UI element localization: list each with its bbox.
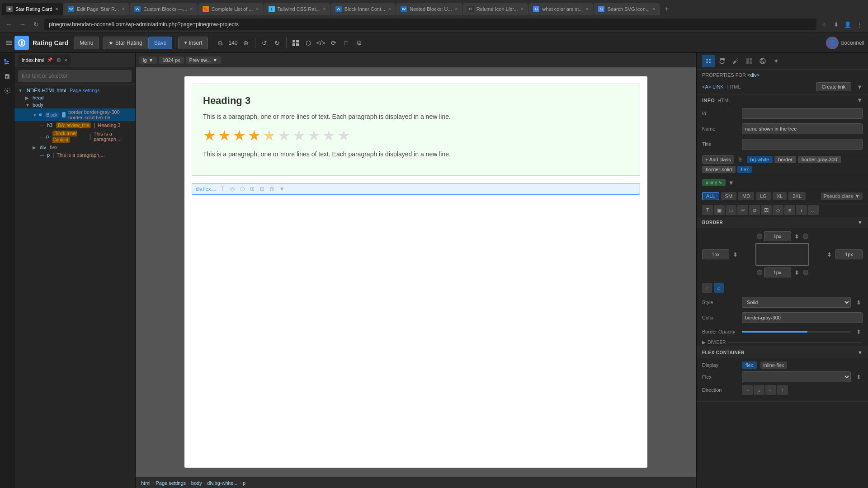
tab-close[interactable]: × (55, 6, 58, 12)
inline-edit-icon[interactable]: ✎ (718, 180, 722, 185)
tab-complete-list[interactable]: 🔖 Complete List of ... × (198, 3, 264, 15)
toolbar-more-icon[interactable]: ▼ (278, 185, 286, 193)
tree-toggle-index[interactable]: ▼ (18, 88, 24, 93)
page-settings-link[interactable]: Page settings (70, 88, 100, 93)
tag-border-gray-300[interactable]: border-gray-300 (798, 156, 841, 163)
tab-edit-page[interactable]: W Edit Page 'Star R... × (63, 3, 129, 15)
tab-close-5[interactable]: × (323, 6, 326, 12)
tab-close-6[interactable]: × (388, 6, 391, 12)
border-top-radius[interactable] (757, 234, 762, 239)
tt-divflex[interactable]: ▶ (33, 145, 38, 150)
border-bottom-stepper[interactable]: ⬍ (793, 268, 801, 277)
star-rating-button[interactable]: ★ Star Rating (103, 37, 148, 49)
tab-close-7[interactable]: × (455, 6, 458, 12)
tag-border-solid[interactable]: border-solid (702, 166, 736, 173)
border-collapse-icon[interactable]: ▼ (858, 220, 863, 225)
address-bar-input[interactable] (44, 19, 816, 30)
div-toolbar[interactable]: div.flex.... T ◎ ⬡ ⊞ ⊟ 🗑 ▼ (192, 183, 640, 195)
tab-block-inner[interactable]: W Block Inner Cont... × (331, 3, 396, 15)
back-button[interactable]: ← (4, 19, 14, 30)
device-button[interactable]: □ (340, 37, 353, 49)
toolbar-grid-icon[interactable]: ⊞ (248, 185, 256, 193)
bp-2xl[interactable]: 2XL (788, 192, 806, 200)
border-color-input[interactable] (742, 312, 863, 323)
bp-sm[interactable]: SM (721, 192, 737, 200)
css-tool-border[interactable]: □ (726, 205, 736, 215)
inline-chevron-icon[interactable]: ▼ (728, 179, 734, 186)
breadcrumb-page-settings[interactable]: Page settings (156, 480, 186, 486)
search-input[interactable] (18, 70, 132, 82)
name-input[interactable] (742, 123, 863, 134)
tt-h3[interactable]: — (40, 123, 45, 128)
border-left-input[interactable] (702, 249, 729, 259)
css-tool-bg[interactable]: ▣ (714, 205, 725, 215)
dir-row-btn[interactable]: → (742, 385, 753, 395)
tag-copy-icon[interactable]: ⎘ (736, 155, 745, 164)
forward-button[interactable]: → (17, 19, 28, 30)
tree-item-index-html[interactable]: ▼ INDEX.HTML html Page settings (14, 87, 135, 94)
file-tab-pin[interactable]: 📌 (46, 56, 53, 64)
tree-item-body[interactable]: ▼ body (14, 101, 135, 108)
toolbar-target-icon[interactable]: ◎ (228, 185, 236, 193)
tab-close-8[interactable]: × (520, 6, 524, 12)
rp-icon-css[interactable] (716, 55, 728, 67)
sidebar-icon-save[interactable] (2, 71, 13, 82)
breadcrumb-html[interactable]: html (141, 480, 151, 486)
reload-button[interactable]: ↻ (31, 19, 42, 30)
border-corner-all-icon[interactable]: ⌂ (714, 283, 724, 293)
css-tool-align[interactable]: ≡ (784, 205, 795, 215)
create-link-button[interactable]: Create link (816, 82, 852, 91)
bp-all[interactable]: ALL (702, 192, 719, 200)
border-style-stepper[interactable]: ⬍ (854, 298, 863, 306)
border-style-select[interactable]: Solid (742, 297, 851, 308)
rp-icon-styles[interactable] (702, 55, 715, 67)
bp-md[interactable]: MD (738, 192, 754, 200)
file-tab-split[interactable]: ⊞ (55, 56, 62, 64)
breakpoint-selector[interactable]: lg ▼ (139, 56, 157, 64)
border-bottom-radius[interactable] (757, 270, 762, 275)
copy-button[interactable]: ⧉ (353, 37, 365, 49)
breadcrumb-body[interactable]: body (191, 480, 202, 486)
tab-close-9[interactable]: × (585, 6, 589, 12)
profile-icon[interactable]: 👤 (843, 19, 853, 29)
border-bottom-radius-2[interactable] (803, 270, 808, 275)
border-left-stepper[interactable]: ⬍ (731, 250, 739, 258)
code-button[interactable]: </> (315, 37, 327, 49)
tag-flex[interactable]: flex (737, 166, 752, 173)
dir-row-rev-btn[interactable]: ← (765, 385, 776, 395)
tab-nested-blocks[interactable]: W Nested Blocks: U... × (396, 3, 462, 15)
css-tool-more[interactable]: … (808, 205, 819, 215)
tree-toggle-head[interactable]: ▶ (25, 95, 31, 100)
breadcrumb-p[interactable]: p (243, 480, 245, 486)
rp-icon-wordpress[interactable] (756, 55, 769, 67)
download-icon[interactable]: ⬇ (831, 19, 841, 29)
rp-icon-layout[interactable] (743, 55, 755, 67)
border-right-input[interactable] (835, 249, 863, 259)
tab-relume[interactable]: R Relume Icon Libr... × (463, 3, 528, 15)
app-sidebar-toggle[interactable] (4, 38, 14, 48)
save-button[interactable]: Save (148, 37, 172, 49)
component-button[interactable]: ⬡ (302, 37, 315, 49)
border-opacity-slider[interactable] (742, 331, 851, 333)
bookmark-icon[interactable]: ☆ (819, 19, 829, 29)
zoom-in-button[interactable]: ⊕ (240, 37, 252, 49)
bp-xl[interactable]: XL (773, 192, 787, 200)
bp-lg[interactable]: LG (756, 192, 771, 200)
display-inline-flex-btn[interactable]: inline-flex (760, 361, 787, 369)
toolbar-delete-icon[interactable]: 🗑 (268, 185, 276, 193)
tab-close-10[interactable]: × (652, 6, 656, 12)
border-section-header[interactable]: BORDER ▼ (697, 217, 868, 228)
border-bottom-input[interactable] (764, 267, 791, 277)
divider-row[interactable]: ▶ DIVIDER (697, 338, 868, 347)
flex-section-header[interactable]: FLEX CONTAINER ▼ (697, 347, 868, 358)
insert-button[interactable]: + Insert (178, 37, 208, 49)
dir-col-rev-btn[interactable]: ↑ (777, 385, 788, 395)
tree-item-div-selected[interactable]: ▼ Block border border-gray-300 border-so… (14, 108, 135, 121)
css-tool-cut[interactable]: ✂ (737, 205, 748, 215)
pseudo-class-button[interactable]: Pseudo class ▼ (821, 192, 863, 200)
css-tool-layer[interactable]: ⧉ (749, 205, 760, 215)
css-tool-img[interactable]: 🖼 (761, 205, 772, 215)
file-tab-close[interactable]: × (64, 57, 67, 63)
new-tab-button[interactable]: + (660, 3, 673, 15)
flex-select[interactable] (742, 371, 851, 382)
